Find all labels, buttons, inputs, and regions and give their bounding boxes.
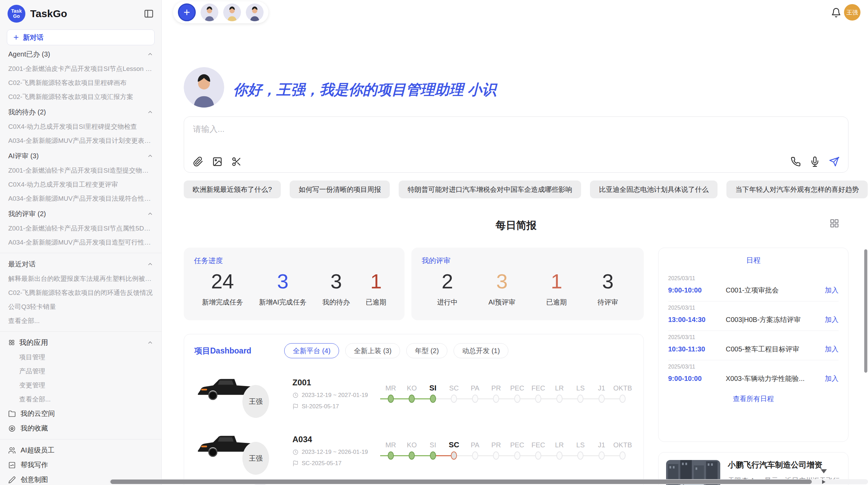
- schedule-entry[interactable]: 2025/03/1110:30-11:30C005-整车工程目标评审加入: [668, 331, 839, 360]
- milestone-label: OKTB: [612, 383, 634, 393]
- user-avatar[interactable]: 王强: [844, 4, 860, 21]
- milestone-label: FEC: [528, 383, 549, 393]
- recent-conversation-item[interactable]: 解释最新出台的欧盟报废车法规再生塑料比例被调至15%...: [8, 272, 153, 286]
- project-row[interactable]: 王强Z0012023-12-19 ~ 2027-01-19SI-2025-05-…: [194, 370, 633, 418]
- app-item[interactable]: 项目管理: [19, 350, 153, 364]
- new-chat-button[interactable]: 新对话: [7, 29, 155, 45]
- contact-avatar[interactable]: [246, 3, 264, 21]
- paperclip-icon[interactable]: [193, 157, 203, 167]
- dashboard-tab[interactable]: 年型 (2): [406, 343, 447, 358]
- layout-grid-icon[interactable]: [829, 218, 840, 229]
- project-rows: 王强Z0012023-12-19 ~ 2027-01-19SI-2025-05-…: [194, 370, 633, 475]
- dashboard-title: 项目Dashboard: [194, 346, 251, 356]
- recent-conversation-item[interactable]: 公司Q3轻卡销量: [8, 300, 153, 314]
- image-icon[interactable]: [212, 157, 222, 167]
- sidebar-task-item[interactable]: Z001-全新燃油皮卡产品开发项目SI节点Lesson Learn报告: [8, 62, 153, 76]
- recent-header[interactable]: 最近对话: [8, 257, 153, 272]
- recent-conversation-item[interactable]: 查看全部...: [8, 314, 153, 328]
- dashboard-tab[interactable]: 全新平台 (4): [284, 343, 339, 358]
- horizontal-scrollbar-thumb[interactable]: [110, 480, 812, 484]
- contact-avatar[interactable]: [201, 3, 218, 21]
- scroll-right-arrow-icon[interactable]: [822, 480, 825, 484]
- milestone-node: MR: [380, 440, 401, 462]
- storage-links: 我的云空间我的收藏: [0, 406, 161, 436]
- milestone-track: [380, 450, 401, 462]
- mic-icon[interactable]: [810, 157, 820, 167]
- project-row[interactable]: 王强A0342023-12-19 ~ 2026-01-19SC-2025-05-…: [194, 427, 633, 475]
- sidebar-task-item[interactable]: C02-飞腾新能源轻客改款项目里程碑画布: [8, 76, 153, 90]
- send-icon[interactable]: [829, 157, 839, 167]
- suggestion-chip[interactable]: 欧洲新规最近颁布了什么?: [184, 181, 281, 198]
- tool-link-AI超级员工[interactable]: AI超级员工: [8, 443, 153, 458]
- project-car: 王强: [194, 370, 280, 418]
- schedule-row: 9:00-10:00C001-立项审批会加入: [668, 286, 839, 295]
- join-meeting-link[interactable]: 加入: [825, 315, 839, 324]
- stat: 2进行中: [437, 270, 458, 307]
- app-item[interactable]: 变更管理: [19, 378, 153, 392]
- dashboard-tab[interactable]: 全新上装 (3): [345, 343, 400, 358]
- suggestion-chip[interactable]: 如何写一份清晰的项目周报: [290, 181, 390, 198]
- milestone-dot: [514, 451, 520, 460]
- sidebar-task-item[interactable]: Z001-全新燃油轻卡产品开发项目SI节点属性5D文件评审: [8, 221, 153, 235]
- milestone-node: LS: [570, 383, 591, 405]
- suggestion-chip[interactable]: 当下年轻人对汽车外观有怎样的喜好趋势: [726, 181, 868, 198]
- milestone-label: MR: [380, 440, 401, 450]
- schedule-entry[interactable]: 2025/03/1113:00-14:30C003|H0B-方案冻结评审加入: [668, 301, 839, 331]
- sidebar-link-我的收藏[interactable]: 我的收藏: [8, 421, 153, 436]
- vertical-scrollbar-thumb[interactable]: [864, 249, 867, 373]
- milestone-node: J1: [591, 440, 612, 462]
- suggestion-chip[interactable]: 比亚迪全固态电池计划具体说了什么: [590, 181, 718, 198]
- sidebar-task-item[interactable]: C02-飞腾新能源轻客改款项目立项汇报方案: [8, 90, 153, 104]
- sidebar-section-header[interactable]: 我的待办 (2): [8, 104, 153, 120]
- app-item[interactable]: 查看全部...: [19, 392, 153, 406]
- clock-icon: [292, 392, 299, 398]
- apps-grid-icon: [8, 339, 15, 346]
- sidebar-task-item[interactable]: C0X4-动力总成开发项目工程变更评审: [8, 177, 153, 191]
- sidebar-task-item[interactable]: A034-全新新能源MUV产品开发项目法规符合性评审: [8, 191, 153, 206]
- my-apps-header[interactable]: 我的应用: [8, 335, 153, 350]
- join-meeting-link[interactable]: 加入: [825, 374, 839, 383]
- tool-link-帮我写作[interactable]: 帮我写作: [8, 458, 153, 472]
- sidebar-task-item[interactable]: A034-全新新能源MUV产品开发项目计划变更表编写: [8, 134, 153, 148]
- schedule-entry[interactable]: 2025/03/119:00-10:00X003-车辆动力学性能验...加入: [668, 360, 839, 389]
- sidebar-section-header[interactable]: 我的评审 (2): [8, 206, 153, 221]
- phone-icon[interactable]: [791, 157, 801, 167]
- recent-label: 最近对话: [8, 260, 36, 269]
- recent-conversation-item[interactable]: C02-飞腾新能源轻客改款项目的闭环通告反馈情况: [8, 286, 153, 300]
- schedule-entry[interactable]: 2025/03/119:00-10:00C001-立项审批会加入: [668, 272, 839, 301]
- view-all-schedule-link[interactable]: 查看所有日程: [668, 394, 839, 403]
- scroll-down-arrow-icon[interactable]: [821, 469, 827, 473]
- milestone-track: [444, 450, 465, 462]
- milestone-dot: [556, 395, 563, 403]
- milestone-label: LS: [570, 383, 591, 393]
- dashboard-tab[interactable]: 动总开发 (1): [454, 343, 508, 358]
- pill-add-button[interactable]: [178, 3, 196, 21]
- write-icon: [8, 461, 16, 469]
- milestone-dot: [514, 395, 520, 403]
- milestone-label: PA: [465, 440, 486, 450]
- milestone-dot: [535, 395, 541, 403]
- project-dates: 2023-12-19 ~ 2026-01-19: [292, 449, 378, 456]
- join-meeting-link[interactable]: 加入: [825, 286, 839, 295]
- suggestion-chip[interactable]: 特朗普可能对进口汽车增税会对中国车企造成哪些影响: [399, 181, 581, 198]
- bell-icon[interactable]: [831, 8, 841, 18]
- milestone-dot: [409, 395, 415, 403]
- sidebar-task-item[interactable]: C0X4-动力总成开发项目SI里程碑提交物检查: [8, 120, 153, 134]
- stat: 24新增完成任务: [202, 270, 243, 307]
- milestone-label: KO: [401, 383, 423, 393]
- contact-avatar[interactable]: [223, 3, 241, 21]
- project-name: A034: [292, 435, 378, 444]
- collapse-sidebar-icon[interactable]: [144, 9, 154, 19]
- project-dashboard: 项目Dashboard 全新平台 (4)全新上装 (3)年型 (2)动总开发 (…: [184, 334, 644, 485]
- sidebar-link-我的云空间[interactable]: 我的云空间: [8, 406, 153, 421]
- join-meeting-link[interactable]: 加入: [825, 345, 839, 354]
- sidebar-task-item[interactable]: Z001-全新燃油轻卡产品开发项目SI造型提交物评审: [8, 163, 153, 177]
- sidebar-section-header[interactable]: Agent已办 (3): [8, 47, 153, 62]
- sidebar-task-item[interactable]: A034-全新新能源MUV产品开发项目造型可行性评审: [8, 235, 153, 249]
- app-item[interactable]: 产品管理: [19, 364, 153, 378]
- chat-input[interactable]: [193, 124, 742, 146]
- scissors-icon[interactable]: [231, 157, 242, 167]
- divider: [0, 331, 161, 332]
- milestone-dot: [430, 451, 436, 460]
- sidebar-section-header[interactable]: AI评审 (3): [8, 148, 153, 163]
